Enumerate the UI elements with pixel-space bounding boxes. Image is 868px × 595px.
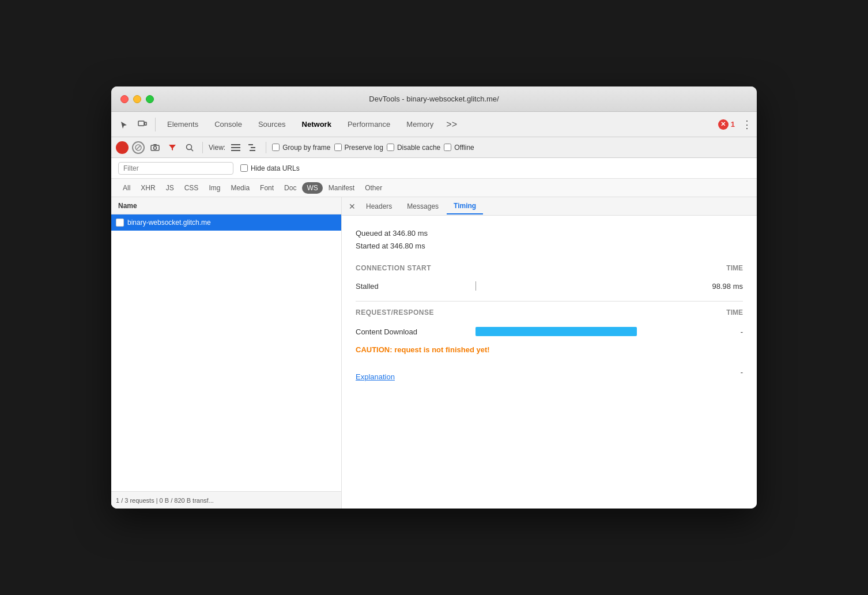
close-detail-button[interactable]: ✕ (346, 201, 358, 212)
filter-icon[interactable] (165, 141, 179, 155)
title-bar: DevTools - binary-websocket.glitch.me/ (111, 86, 757, 112)
request-name: binary-websocket.glitch.me (127, 219, 211, 227)
tab-network[interactable]: Network (295, 116, 338, 132)
svg-rect-11 (231, 150, 240, 151)
stalled-bar (475, 281, 476, 291)
tab-headers[interactable]: Headers (359, 199, 399, 214)
list-footer: 1 / 3 requests | 0 B / 820 B transf... (111, 491, 341, 509)
tab-sources[interactable]: Sources (251, 116, 293, 132)
tab-memory[interactable]: Memory (399, 116, 440, 132)
svg-rect-10 (231, 147, 240, 148)
request-response-header: Request/Response TIME (356, 308, 743, 317)
record-button[interactable] (116, 141, 129, 154)
content-download-row: Content Download - (356, 322, 743, 341)
type-filter-bar: All XHR JS CSS Img Media Font Doc WS Man… (111, 179, 757, 197)
detail-panel: ✕ Headers Messages Timing Queued at 346.… (342, 197, 757, 509)
devtools-window: DevTools - binary-websocket.glitch.me/ E… (111, 86, 757, 509)
type-btn-img[interactable]: Img (204, 182, 225, 194)
hide-data-urls-checkbox[interactable]: Hide data URLs (240, 164, 300, 172)
request-item[interactable]: binary-websocket.glitch.me (111, 214, 341, 231)
more-tabs-button[interactable]: >> (443, 117, 461, 132)
request-list: Name binary-websocket.glitch.me 1 / 3 re… (111, 197, 342, 509)
content-download-label: Content Download (356, 327, 471, 336)
svg-rect-12 (248, 144, 253, 145)
view-label: View: (209, 144, 225, 152)
divider-1 (356, 301, 743, 302)
preserve-log-checkbox[interactable]: Preserve log (334, 144, 383, 152)
group-by-frame-checkbox[interactable]: Group by frame (272, 144, 330, 152)
footer-stats: 1 / 3 requests | 0 B / 820 B transf... (116, 497, 214, 504)
traffic-lights (120, 95, 154, 103)
group-by-frame-label: Group by frame (282, 144, 330, 152)
hide-data-urls-label: Hide data URLs (251, 164, 300, 172)
svg-rect-9 (231, 144, 240, 145)
request-list-header: Name (111, 197, 341, 214)
minimize-button[interactable] (133, 95, 141, 103)
type-btn-doc[interactable]: Doc (280, 182, 301, 194)
tab-timing[interactable]: Timing (447, 198, 483, 214)
devtools-menu-button[interactable]: ⋮ (742, 118, 752, 131)
clear-button[interactable] (132, 141, 145, 154)
disable-cache-label: Disable cache (397, 144, 440, 152)
queued-at-text: Queued at 346.80 ms (356, 227, 743, 240)
filter-bar: Hide data URLs (111, 158, 757, 179)
main-toolbar: Elements Console Sources Network Perform… (111, 112, 757, 137)
window-title: DevTools - binary-websocket.glitch.me/ (369, 95, 499, 103)
svg-line-8 (191, 149, 194, 151)
cursor-icon[interactable] (116, 116, 132, 133)
type-btn-xhr[interactable]: XHR (136, 182, 160, 194)
svg-rect-0 (138, 121, 144, 126)
timing-meta: Queued at 346.80 ms Started at 346.80 ms (356, 227, 743, 253)
stalled-label: Stalled (356, 282, 471, 291)
explanation-row: Explanation - (356, 363, 743, 381)
network-toolbar: View: Group by frame Preserve log (111, 137, 757, 158)
explanation-dash: - (741, 368, 743, 376)
svg-marker-5 (153, 144, 157, 145)
type-btn-other[interactable]: Other (360, 182, 387, 194)
device-icon[interactable] (134, 116, 150, 133)
detail-content: Queued at 346.80 ms Started at 346.80 ms… (342, 216, 757, 509)
close-button[interactable] (120, 95, 129, 103)
preserve-log-label: Preserve log (345, 144, 383, 152)
content-download-value: - (741, 327, 743, 336)
request-response-label: Request/Response (356, 308, 434, 317)
type-btn-js[interactable]: JS (161, 182, 179, 194)
offline-label: Offline (454, 144, 474, 152)
maximize-button[interactable] (146, 95, 154, 103)
explanation-link[interactable]: Explanation (356, 372, 395, 381)
type-btn-ws[interactable]: WS (302, 182, 322, 194)
tab-elements[interactable]: Elements (160, 116, 205, 132)
connection-start-label: Connection Start (356, 264, 431, 272)
time-header-2: TIME (726, 308, 743, 317)
list-view-icon[interactable] (229, 141, 243, 155)
type-btn-manifest[interactable]: Manifest (324, 182, 359, 194)
search-icon[interactable] (183, 141, 197, 155)
caution-text: CAUTION: request is not finished yet! (356, 345, 743, 354)
tab-messages[interactable]: Messages (400, 199, 446, 214)
detail-tabs: ✕ Headers Messages Timing (342, 197, 757, 216)
type-btn-all[interactable]: All (118, 182, 135, 194)
svg-line-3 (137, 146, 140, 149)
waterfall-view-icon[interactable] (246, 141, 260, 155)
started-at-text: Started at 346.80 ms (356, 240, 743, 253)
stalled-row: Stalled 98.98 ms (356, 278, 743, 294)
tab-console[interactable]: Console (207, 116, 249, 132)
type-btn-font[interactable]: Font (255, 182, 278, 194)
disable-cache-checkbox[interactable]: Disable cache (387, 144, 440, 152)
type-btn-css[interactable]: CSS (180, 182, 203, 194)
name-column-header: Name (118, 202, 137, 210)
camera-icon[interactable] (148, 141, 162, 155)
filter-input[interactable] (118, 162, 233, 175)
tab-performance[interactable]: Performance (341, 116, 397, 132)
content-download-bar (475, 327, 637, 336)
connection-start-header: Connection Start TIME (356, 264, 743, 272)
offline-checkbox[interactable]: Offline (444, 144, 474, 152)
svg-point-6 (154, 146, 157, 149)
error-count: 1 (731, 120, 735, 129)
svg-rect-14 (250, 150, 255, 151)
nt-divider-1 (202, 142, 203, 153)
type-btn-media[interactable]: Media (226, 182, 254, 194)
time-header-1: TIME (726, 264, 743, 272)
stalled-value: 98.98 ms (712, 282, 743, 291)
svg-point-7 (187, 144, 192, 149)
